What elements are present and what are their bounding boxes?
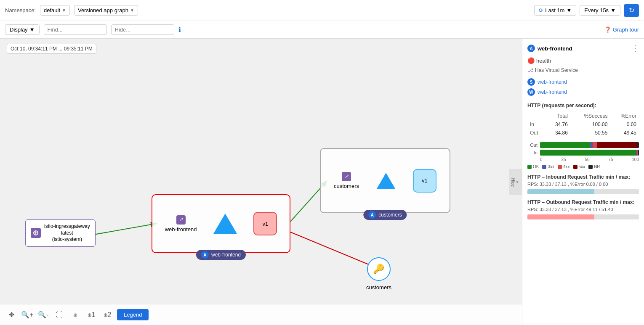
- layout1-button[interactable]: ⎈ 1: [85, 309, 98, 321]
- bar-out-nr: [637, 142, 639, 148]
- namespace-label: Namespace:: [5, 7, 36, 13]
- error-in: 0.00: [610, 120, 639, 129]
- display-button[interactable]: Display ▼: [5, 24, 40, 35]
- legend-5xx: 5xx: [573, 164, 585, 169]
- customers-service-node: ⎇ customers: [334, 172, 359, 189]
- hide-panel-button[interactable]: » Hide: [509, 169, 522, 195]
- bar-in-nr: [638, 150, 639, 156]
- time-range-btn[interactable]: ⟳ Last 1m ▼: [534, 5, 576, 16]
- display-label: Display: [10, 26, 28, 33]
- zoom-in-button[interactable]: 🔍+: [21, 309, 34, 321]
- refresh-rate-value: Every 15s: [584, 7, 609, 13]
- legend-nr-label: NR: [594, 164, 600, 169]
- customers-v1-label: v1: [422, 177, 428, 184]
- success-out: 50.55: [570, 129, 610, 137]
- inbound-bar: [527, 189, 639, 194]
- graph-type-select[interactable]: Versioned app graph ▼: [74, 5, 138, 16]
- git-icon: ⎇: [176, 215, 186, 225]
- bar-out-5xx: [597, 142, 637, 148]
- error-out: 49.45: [610, 129, 639, 137]
- legend-5xx-dot: [573, 165, 577, 169]
- customers-git-icon: ⎇: [342, 172, 351, 181]
- refresh-rate-btn[interactable]: Every 15s ▼: [580, 5, 620, 16]
- graph-tour-label: Graph tour: [613, 26, 639, 33]
- second-toolbar: Display ▼ ℹ ❓ Graph tour: [0, 21, 644, 39]
- web-frontend-group[interactable]: ⎇ web-frontend v1 A web-frontend: [152, 194, 290, 253]
- legend-ok-label: OK: [533, 164, 539, 169]
- virtual-service-label: Has Virtual Service: [535, 67, 578, 73]
- customers-v1-box[interactable]: v1: [413, 169, 436, 193]
- layout2-button[interactable]: ⎈ 2: [101, 309, 114, 321]
- time-range-value: Last 1m: [545, 7, 564, 13]
- fit-button[interactable]: ⛶: [53, 309, 66, 321]
- badge-s-icon: S: [527, 78, 535, 86]
- customers-v1-node: v1: [413, 169, 436, 193]
- total-in: 34.76: [546, 120, 570, 129]
- outbound-values: RPS: 33.33 / 37.13 , %Error 49.11 / 51.4…: [527, 207, 639, 212]
- total-out: 34.86: [546, 129, 570, 137]
- virtual-service-icon: ⎇: [527, 67, 533, 73]
- customers-badge: A customers: [363, 210, 407, 220]
- table-row-out: Out 34.86 50.55 49.45: [527, 129, 639, 137]
- v1-label: v1: [262, 221, 268, 227]
- bar-out-ok: [540, 142, 590, 148]
- istio-node[interactable]: istio-ingressgateway latest (istio-syste…: [25, 219, 96, 247]
- link-w-label[interactable]: web-frontend: [538, 89, 567, 95]
- move-tool-button[interactable]: ✥: [5, 309, 18, 321]
- svg-line-2: [290, 232, 377, 268]
- panel-header: A web-frontend ⋮: [527, 44, 639, 53]
- bar-chart: Out In 0 25: [527, 142, 639, 169]
- dir-in: In: [527, 120, 546, 129]
- panel-menu-icon[interactable]: ⋮: [631, 44, 639, 53]
- bar-out-container: [540, 142, 639, 148]
- customers-standalone-node[interactable]: 🔑 customers: [366, 257, 391, 291]
- refresh-button[interactable]: ↻: [624, 4, 639, 17]
- health-error-icon: 🔴: [527, 57, 535, 64]
- web-frontend-triangle: [213, 214, 237, 234]
- istio-label: istio-ingressgateway latest (istio-syste…: [44, 223, 90, 243]
- bar-out-4xx: [593, 142, 598, 148]
- info-icon[interactable]: ℹ: [178, 26, 181, 34]
- main-content: Oct 10, 09:34:11 PM ... 09:35:11 PM: [0, 39, 644, 325]
- namespace-select[interactable]: default ▼: [40, 5, 70, 16]
- http-section-title: HTTP (requests per second):: [527, 103, 639, 108]
- success-in: 100.00: [570, 120, 610, 129]
- http-table: Total %Success %Error In 34.76 100.00 0.…: [527, 112, 639, 137]
- find-input[interactable]: [44, 24, 107, 35]
- key-icon: 🔑: [367, 257, 391, 281]
- hide-input[interactable]: [111, 24, 174, 35]
- inbound-bar-fill: [527, 189, 594, 194]
- bar-in-label: In: [527, 150, 538, 155]
- legend-3xx-label: 3xx: [548, 164, 554, 169]
- customers-triangle: [377, 173, 395, 189]
- refresh-rate-chevron-icon: ▼: [610, 7, 616, 13]
- istio-box: istio-ingressgateway latest (istio-syste…: [25, 219, 96, 247]
- graph-area[interactable]: Oct 10, 09:34:11 PM ... 09:35:11 PM: [0, 39, 522, 325]
- bar-in-container: [540, 150, 639, 156]
- bar-out-3xx: [590, 142, 593, 148]
- clock-icon: ⟳: [539, 7, 543, 13]
- legend-ok: OK: [527, 164, 539, 169]
- virtual-service-row: ⎇ Has Virtual Service: [527, 67, 639, 73]
- legend-3xx: 3xx: [542, 164, 554, 169]
- customers-group[interactable]: ⎇ customers v1 A customers: [320, 148, 450, 213]
- timestamp: Oct 10, 09:34:11 PM ... 09:35:11 PM: [7, 44, 96, 54]
- legend-button[interactable]: Legend: [117, 309, 149, 320]
- bar-axis: 0 25 50 75 100: [527, 157, 639, 162]
- dir-out: Out: [527, 129, 546, 137]
- v1-box[interactable]: v1: [253, 212, 277, 235]
- col-error: %Error: [610, 112, 639, 120]
- link-s-label[interactable]: web-frontend: [538, 79, 567, 85]
- legend-nr-dot: [588, 165, 593, 169]
- panel-node-title: A web-frontend: [527, 45, 572, 52]
- outbound-bar: [527, 214, 639, 219]
- graph-tour-link[interactable]: ❓ Graph tour: [604, 26, 639, 33]
- legend-3xx-dot: [542, 165, 546, 169]
- layout2-icon: ⎈: [104, 311, 108, 319]
- customers-standalone-label: customers: [366, 284, 391, 291]
- layout-button[interactable]: ⎈: [69, 309, 82, 321]
- link-row-w: W web-frontend: [527, 88, 639, 96]
- web-frontend-v1-node: v1: [253, 212, 277, 235]
- zoom-out-button[interactable]: 🔍-: [37, 309, 50, 321]
- bar-legend: OK 3xx 4xx 5xx NR: [527, 164, 639, 169]
